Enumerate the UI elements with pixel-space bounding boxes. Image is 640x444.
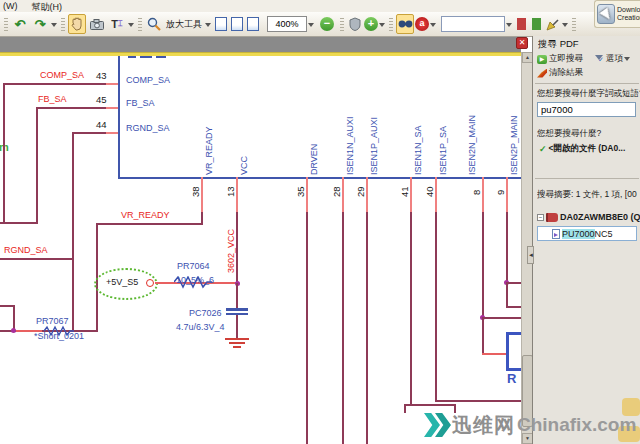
ground-symbol-line	[229, 342, 245, 344]
snapshot-tool-button[interactable]	[88, 14, 106, 34]
pin-number: 41	[399, 186, 410, 197]
result-match-text: PU7000	[562, 229, 595, 239]
ic-pin-label: ISEN1P_AUXI	[369, 117, 379, 175]
camera-icon	[90, 19, 104, 30]
select-text-tool-button[interactable]: T⌶	[108, 14, 126, 34]
menu-help[interactable]: 幫助(H)	[32, 1, 63, 12]
hand-tool-button[interactable]	[68, 14, 86, 34]
magnifier-icon	[147, 17, 161, 31]
clear-results-button[interactable]: 清除結果	[537, 67, 640, 79]
search-pdf-panel: 搜尋 PDF ▶立即搜尋 選項 清除結果 您想要搜尋什麼字詞或短語? 您想要搜尋…	[532, 36, 640, 444]
wire-segment	[36, 107, 38, 224]
collaborate-user-icon[interactable]	[517, 18, 526, 30]
ic-pin-label: VCC	[239, 156, 249, 175]
circle	[149, 19, 157, 27]
scope-open-document-item[interactable]: ✓<開啟的文件 (DA0...	[539, 143, 640, 155]
highlight-band	[0, 52, 521, 56]
canvas-background	[0, 37, 521, 52]
tree-collapse-icon[interactable]: −	[537, 214, 544, 221]
wire-segment-blue	[506, 332, 509, 371]
zoom-level-value: 400%	[275, 19, 298, 29]
pin-number: 45	[96, 94, 107, 105]
pin-number: 8	[471, 190, 482, 195]
sign-icon[interactable]	[546, 18, 559, 31]
promo-text: Download P Creation To	[617, 6, 640, 22]
ic-pin-label: ISEN1P_SA	[438, 126, 448, 175]
separator	[535, 178, 639, 179]
wire-segment	[506, 306, 521, 308]
fit-page-button[interactable]	[231, 17, 243, 31]
ic-pin-label: DRVEN	[309, 144, 319, 175]
add-content-button[interactable]: +	[364, 17, 378, 31]
wire-segment-red	[106, 132, 118, 134]
rect	[403, 23, 407, 26]
result-context-text: NC5	[595, 229, 613, 239]
pin-number: 43	[96, 70, 107, 81]
hand-cursor-icon	[597, 4, 615, 24]
wire-segment	[404, 404, 406, 413]
document-icon	[546, 213, 558, 222]
chevron-down-icon[interactable]	[205, 23, 211, 30]
rect	[94, 19, 99, 22]
wire-segment-red	[482, 353, 508, 355]
chevron-down-icon[interactable]	[562, 23, 568, 30]
find-button[interactable]	[396, 14, 414, 34]
search-question-label: 您想要搜尋什麼字詞或短語?	[537, 88, 640, 100]
chevron-down-icon[interactable]	[308, 23, 314, 30]
ic-pin-label: RGND_SA	[126, 123, 170, 133]
marquee-zoom-tool-button[interactable]	[145, 14, 163, 34]
options-button[interactable]: 選項	[595, 53, 640, 65]
panel-collapse-handle[interactable]: ◄	[527, 246, 534, 264]
power-label: +5V_S5	[106, 277, 138, 287]
wire-segment-red	[506, 177, 508, 212]
component-ref: PC7026	[189, 308, 222, 318]
previous-view-button[interactable]: ↶	[11, 14, 29, 34]
wire-segment	[410, 212, 412, 406]
result-document-node[interactable]: − DA0ZAWMB8E0 (Q	[537, 212, 640, 222]
fit-width-button[interactable]	[247, 17, 259, 31]
next-view-button[interactable]: ↷	[31, 14, 49, 34]
wire-segment-blue	[156, 56, 166, 58]
wire-segment	[3, 83, 5, 222]
chevron-down-icon[interactable]	[379, 23, 385, 30]
zoom-tool-label[interactable]: 放大工具	[166, 18, 202, 31]
search-result-item[interactable]: PU7000 NC5	[537, 226, 637, 241]
menu-window-partial[interactable]: (W)	[3, 1, 18, 12]
pin-number: 44	[96, 119, 107, 130]
wire-segment-red	[482, 177, 484, 212]
component-value: 10_5%_6	[176, 275, 214, 285]
download-creation-tool-promo[interactable]: Download P Creation To	[594, 0, 640, 28]
chevron-down-icon[interactable]	[128, 23, 134, 30]
wire-segment	[306, 212, 308, 444]
close-search-panel-button[interactable]: ✕	[516, 37, 528, 49]
promo-line2: Creation To	[617, 14, 640, 21]
search-now-label: 立即搜尋	[549, 53, 583, 65]
wire-segment	[73, 132, 106, 134]
watermark-site-name: 迅维网	[452, 412, 515, 439]
clear-results-label: 清除結果	[549, 67, 583, 79]
pdf-page-schematic[interactable]: COMP_SA 43 FB_SA 45 44 COMP_SA FB_SA RGN…	[0, 37, 521, 444]
wire-segment-red	[236, 177, 238, 212]
zoom-level-input[interactable]: 400%	[267, 16, 307, 32]
wire-segment-red	[306, 177, 308, 212]
chevron-down-icon	[624, 57, 630, 64]
path	[72, 18, 81, 30]
toolbar-search-input[interactable]	[441, 16, 505, 32]
ic-pin-label: FB_SA	[126, 98, 155, 108]
net-label: FB_SA	[38, 94, 67, 104]
wire-segment	[435, 212, 437, 402]
pin-number: 35	[295, 186, 306, 197]
chevron-down-icon[interactable]	[430, 23, 436, 30]
search-query-input[interactable]	[537, 102, 636, 117]
actual-size-button[interactable]	[215, 17, 227, 31]
toolbar-grip	[572, 16, 576, 33]
toolbar: ↶ ↷ T⌶ 放大工具 400% − + a	[0, 12, 640, 37]
chevron-down-icon[interactable]	[506, 23, 512, 30]
result-page-icon	[552, 229, 560, 239]
acrobat-com-button[interactable]: a	[415, 17, 429, 31]
partial-component-ref: R	[507, 371, 516, 386]
share-user-icon[interactable]	[532, 18, 541, 30]
zoom-out-button[interactable]: −	[320, 17, 334, 31]
span: 搜尋 PDF	[538, 38, 579, 51]
chevron-down-icon[interactable]	[51, 23, 57, 30]
